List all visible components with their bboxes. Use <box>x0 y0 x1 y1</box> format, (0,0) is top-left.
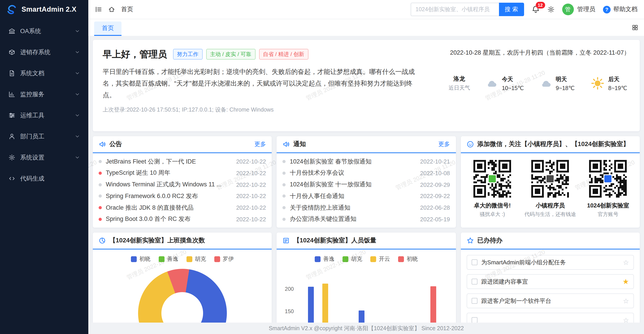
settings-icon <box>8 154 15 161</box>
news-item[interactable]: TypeScript 诞生 10 周年2022-10-22 <box>99 169 266 177</box>
bullet-dot <box>283 218 286 221</box>
news-item[interactable]: 十月份技术分享会议2022-10-08 <box>283 169 450 177</box>
question-icon: ? <box>603 5 610 13</box>
announcements-more-link[interactable]: 更多 <box>254 140 266 148</box>
checkbox[interactable] <box>472 317 477 323</box>
todo-item[interactable]: 跟进团建内容事宜★ <box>466 274 634 289</box>
welcome-tag: 自省 / 精进 / 创新 <box>259 49 308 60</box>
y-axis-tick: 150 <box>280 308 294 315</box>
todo-item[interactable]: ☆ <box>466 313 634 323</box>
last-login-info: 上次登录:2022-10-26 17:50:51; IP:127.0.0.1; … <box>103 106 419 114</box>
weather-city: 洛龙 <box>448 75 470 83</box>
news-item[interactable]: Windows Terminal 正式成为 Windows 11 ...2022… <box>99 181 266 189</box>
chevron-down-icon <box>75 134 80 139</box>
bullet-dot <box>283 206 286 209</box>
bar-chart-plot: 050100150200 <box>298 267 449 323</box>
user-avatar[interactable]: 管 <box>562 3 574 15</box>
qr-item: 小镇程序员代码与生活，还有钱途 <box>524 159 577 218</box>
legend-item: 开云 <box>370 255 390 263</box>
date-line: 2022-10-28 星期五，农历十月初四（当前霜降，立冬 2022-11-07… <box>428 49 630 57</box>
main-body: 首页 早上好，管理员 努力工作主动 / 皮实 / 可靠自省 / 精进 / 创新 … <box>88 19 644 334</box>
star-toggle-icon[interactable]: ☆ <box>623 259 629 266</box>
notice-list: 1024创新实验室 春节放假通知2022-10-21十月份技术分享会议2022-… <box>277 153 456 228</box>
todo-item[interactable]: 为SmartAdmin前端小组分配任务☆ <box>466 255 634 270</box>
news-item[interactable]: Oracle 推出 JDK 8 的直接替代品2022-10-22 <box>99 204 266 212</box>
card-title: 添加微信，关注【小镇程序员】、【1024创新实验室】 <box>477 140 629 148</box>
chevron-down-icon <box>75 50 80 55</box>
tabbar: 首页 <box>88 19 644 36</box>
news-item[interactable]: 办公室消杀关键位置通知2022-05-19 <box>283 215 450 223</box>
main-column: 首页 搜 索 12 管 管理员 ? 帮助文档 <box>88 0 644 334</box>
bullet-dot <box>283 172 286 175</box>
star-toggle-icon[interactable]: ★ <box>622 278 629 285</box>
user-name[interactable]: 管理员 <box>577 5 595 13</box>
qr-code-image <box>530 159 570 198</box>
sidebar-item-3[interactable]: 系统文档 <box>0 63 88 84</box>
bar <box>430 286 436 323</box>
card-header: 已办待办 <box>461 233 640 250</box>
checkbox[interactable] <box>472 259 477 265</box>
legend-item: 胡克 <box>186 255 206 263</box>
card-title: 通知 <box>294 140 306 148</box>
topbar-right: 搜 索 12 管 管理员 ? 帮助文档 <box>411 3 638 16</box>
bullet-dot <box>99 218 102 221</box>
greeting: 早上好，管理员 <box>103 48 167 60</box>
weather: 洛龙 近日天气 今天10~15℃明天9~18℃后天8~19℃ <box>428 75 630 92</box>
card-header: 【1024创新实验室】上班摸鱼次数 <box>93 233 272 250</box>
sidebar-item-4[interactable]: 监控服务 <box>0 84 88 105</box>
sun-icon <box>591 77 604 90</box>
dashboard-content: 早上好，管理员 努力工作主动 / 皮实 / 可靠自省 / 精进 / 创新 平日里… <box>88 36 644 323</box>
avatar-logo-icon <box>546 174 555 183</box>
sidebar-item-2[interactable]: 进销存系统 <box>0 42 88 63</box>
star-toggle-icon[interactable]: ☆ <box>623 317 629 323</box>
bar <box>359 311 364 323</box>
legend-item: 胡克 <box>342 255 362 263</box>
sidebar-item-5[interactable]: 运维工具 <box>0 105 88 126</box>
bar <box>322 284 328 323</box>
sidebar-item-8[interactable]: 代码生成 <box>0 168 88 189</box>
speaker-icon <box>283 141 290 148</box>
card-header: 公告 更多 <box>93 136 272 153</box>
announcements-card: 公告 更多 JetBrains Fleet 公测，下一代 IDE2022-10-… <box>93 136 272 228</box>
chevron-down-icon <box>75 113 80 118</box>
news-item[interactable]: Spring Boot 3.0.0 首个 RC 发布2022-10-22 <box>99 215 266 223</box>
news-item[interactable]: 关于疫情防控上班通知2022-06-28 <box>283 204 450 212</box>
weather-city-block: 洛龙 近日天气 <box>448 75 470 92</box>
app-logo[interactable]: SmartAdmin 2.X <box>0 0 88 19</box>
checkbox[interactable] <box>472 279 477 285</box>
layout-grid-icon[interactable] <box>632 19 638 36</box>
menu-fold-icon[interactable] <box>95 6 102 13</box>
qr-row: 卓大的微信号!骚扰卓大 :)小镇程序员代码与生活，还有钱途1024创新实验室官方… <box>461 153 640 228</box>
news-item[interactable]: JetBrains Fleet 公测，下一代 IDE2022-10-22 <box>99 157 266 166</box>
chevron-down-icon <box>75 29 80 34</box>
lab-logo-icon <box>604 174 612 183</box>
sidebar: SmartAdmin 2.X OA系统进销存系统系统文档监控服务运维工具部门员工… <box>0 0 88 334</box>
star-toggle-icon[interactable]: ☆ <box>623 298 629 304</box>
notices-more-link[interactable]: 更多 <box>438 140 450 148</box>
news-item[interactable]: 1024创新实验室 春节放假通知2022-10-21 <box>283 157 450 166</box>
sidebar-item-1[interactable]: OA系统 <box>0 20 88 42</box>
meals-chart-card: 【1024创新实验室】人员饭量 善逸胡克开云初晓 050100150200 <box>277 233 456 323</box>
search-button[interactable]: 搜 索 <box>499 3 524 16</box>
home-icon[interactable] <box>108 6 115 13</box>
sidebar-item-6[interactable]: 部门员工 <box>0 126 88 147</box>
news-item[interactable]: Spring Framework 6.0.0 RC2 发布2022-10-22 <box>99 192 266 200</box>
legend-item: 初晓 <box>398 255 418 263</box>
wechat-logo-icon <box>488 174 497 183</box>
codegen-icon <box>8 175 15 182</box>
sidebar-item-7[interactable]: 系统设置 <box>0 147 88 168</box>
todo-item[interactable]: 跟进客户定制一个软件平台☆ <box>466 294 634 308</box>
tag-row: 努力工作主动 / 皮实 / 可靠自省 / 精进 / 创新 <box>173 49 308 60</box>
help-link[interactable]: ? 帮助文档 <box>603 5 638 13</box>
tab-home[interactable]: 首页 <box>94 21 122 36</box>
notices-card: 通知 更多 1024创新实验室 春节放假通知2022-10-21十月份技术分享会… <box>277 136 456 228</box>
cloud-icon <box>486 77 498 89</box>
chevron-down-icon <box>75 71 80 76</box>
gear-icon[interactable] <box>547 6 554 13</box>
checkbox[interactable] <box>472 298 477 304</box>
news-item[interactable]: 十月份人事任命通知2022-09-22 <box>283 192 450 200</box>
notifications-button[interactable]: 12 <box>532 5 540 13</box>
search-input[interactable] <box>411 3 499 16</box>
news-item[interactable]: 1024创新实验室 十一放假通知2022-09-29 <box>283 181 450 189</box>
bullet-dot <box>99 195 102 198</box>
